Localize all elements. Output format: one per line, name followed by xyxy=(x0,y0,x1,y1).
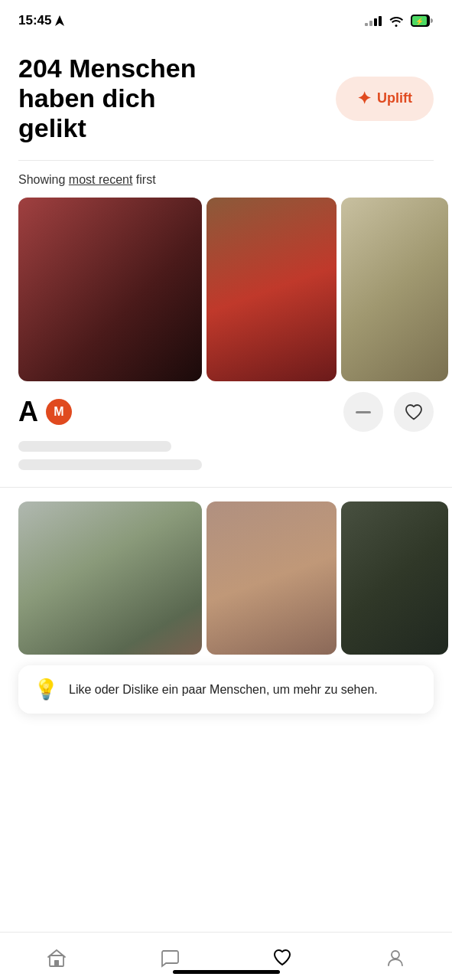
nav-home[interactable] xyxy=(30,943,83,972)
status-time: 15:45 xyxy=(18,13,64,28)
signal-icon xyxy=(365,16,382,26)
cards-divider xyxy=(0,487,452,488)
profile-actions xyxy=(343,392,434,432)
sort-suffix: first xyxy=(132,173,155,186)
home-icon xyxy=(45,946,68,969)
lightbulb-icon: 💡 xyxy=(34,678,58,701)
uplift-button[interactable]: ✦ Uplift xyxy=(336,77,434,121)
status-icons: ⚡ xyxy=(365,15,434,27)
page-title: 204 Menschen haben dich gelikt xyxy=(18,54,225,143)
dislike-button[interactable] xyxy=(343,392,383,432)
svg-rect-5 xyxy=(54,960,59,966)
sort-link[interactable]: most recent xyxy=(69,173,133,186)
profile-info-row: A M xyxy=(0,381,452,432)
placeholder-line-1 xyxy=(18,441,171,452)
battery-icon: ⚡ xyxy=(411,15,434,27)
wifi-icon xyxy=(388,15,405,27)
time-display: 15:45 xyxy=(18,13,51,28)
svg-text:⚡: ⚡ xyxy=(415,17,424,26)
chat-icon xyxy=(158,946,181,969)
svg-rect-3 xyxy=(356,411,371,413)
profile-photo-3[interactable] xyxy=(341,198,448,381)
header: 204 Menschen haben dich gelikt ✦ Uplift xyxy=(0,38,452,143)
avatar-badge[interactable]: M xyxy=(46,399,72,425)
navigation-icon xyxy=(55,15,64,26)
profile-photo-5[interactable] xyxy=(206,501,337,655)
person-icon xyxy=(384,946,407,969)
hint-box: 💡 Like oder Dislike ein paar Menschen, u… xyxy=(18,665,434,714)
profile-photo-4[interactable] xyxy=(18,501,202,655)
profile-identity: A M xyxy=(18,396,72,428)
profile-photo-1[interactable] xyxy=(18,198,202,381)
profile-photo-6[interactable] xyxy=(341,501,448,655)
sort-label: Showing most recent first xyxy=(0,161,452,198)
nav-profile[interactable] xyxy=(369,943,422,972)
heart-icon xyxy=(405,403,423,420)
like-button[interactable] xyxy=(394,392,434,432)
uplift-label: Uplift xyxy=(377,90,412,106)
status-bar: 15:45 ⚡ xyxy=(0,0,452,38)
hint-text: Like oder Dislike ein paar Menschen, um … xyxy=(69,681,378,698)
profile-letter: A xyxy=(18,396,38,428)
uplift-star-icon: ✦ xyxy=(357,89,371,109)
profile-cards-strip-1[interactable] xyxy=(0,198,452,381)
svg-point-6 xyxy=(392,951,399,959)
home-indicator xyxy=(173,970,280,974)
sort-prefix: Showing xyxy=(18,173,69,186)
placeholder-line-2 xyxy=(18,459,202,470)
nav-messages[interactable] xyxy=(143,943,197,972)
heart-nav-icon xyxy=(271,946,294,969)
nav-likes[interactable] xyxy=(255,943,309,972)
profile-details-placeholder xyxy=(0,432,452,470)
profile-photo-2[interactable] xyxy=(206,198,337,381)
minus-icon xyxy=(356,411,371,413)
profile-cards-strip-2[interactable] xyxy=(0,501,452,655)
